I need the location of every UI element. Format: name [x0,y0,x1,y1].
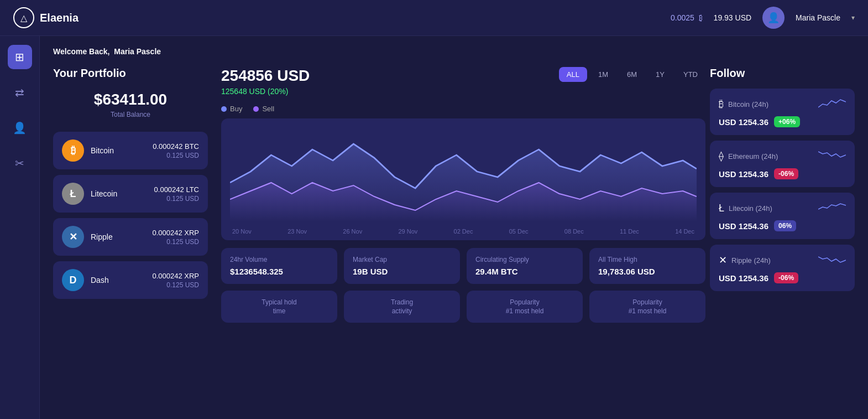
follow-bitcoin-icon: ₿ [719,99,724,110]
chart-change: 125648 USD (20%) [221,87,310,96]
coin-name-bitcoin: Bitcoin [91,146,146,155]
chart-header: 254856 USD 125648 USD (20%) ALL 1M 6M 1Y… [221,67,705,96]
follow-ripple-change: -06% [774,272,798,283]
follow-card-bottom-litecoin: USD 1254.36 06% [719,220,846,231]
coin-usd-ripple: 0.125 USD [152,238,199,246]
filter-all[interactable]: ALL [559,67,587,82]
sidebar: ⊞ ⇄ 👤 ✂ [0,36,40,419]
coin-amount-dash: 0.000242 XRP [152,272,199,280]
chart-date-8: 11 Dec [620,228,639,235]
follow-card-top-litecoin: Ł Litecoin (24h) [719,200,846,216]
right-layout: 254856 USD 125648 USD (20%) ALL 1M 6M 1Y… [221,67,855,323]
follow-bitcoin-change: +06% [774,116,800,127]
follow-card-bottom-bitcoin: USD 1254.36 +06% [719,116,846,127]
follow-card-ripple[interactable]: ✕ Ripple (24h) USD 1254.36 -06% [710,245,855,291]
follow-coin-info-bitcoin: ₿ Bitcoin (24h) [719,99,768,110]
follow-ripple-icon: ✕ [719,254,727,266]
coin-info-dash: Dash [91,276,145,284]
portfolio-title: Your Portfolio [53,67,208,80]
coin-card-bitcoin[interactable]: ₿ Bitcoin 0.000242 BTC 0.125 USD [53,132,208,169]
coin-info-litecoin: Litecoin [91,189,148,198]
bottom-stats: Typical hold time Trading activity Popul… [221,291,705,323]
follow-ripple-price: USD 1254.36 [719,273,768,283]
follow-litecoin-change: 06% [774,220,796,231]
follow-card-litecoin[interactable]: Ł Litecoin (24h) USD 1254.36 06% [710,193,855,239]
filter-ytd[interactable]: YTD [676,67,705,82]
legend-dot-buy [221,106,227,112]
coin-usd-dash: 0.125 USD [152,281,199,289]
follow-panel: Follow ₿ Bitcoin (24h) [705,67,855,323]
follow-litecoin-minichart [818,200,846,216]
follow-coin-info-ethereum: ⟠ Ethereum (24h) [719,150,778,162]
follow-litecoin-name: Litecoin (24h) [729,204,772,213]
header-usd-balance: 19.93 USD [714,13,751,22]
filter-1m[interactable]: 1M [590,67,616,82]
main-layout: ⊞ ⇄ 👤 ✂ Welcome Back, Maria Pascle Your … [0,36,868,419]
ripple-icon: ✕ [62,226,84,248]
follow-coin-info-ripple: ✕ Ripple (24h) [719,254,771,266]
follow-ethereum-minichart [818,148,846,164]
btc-value: 0.0025 [671,13,694,22]
coin-card-ripple[interactable]: ✕ Ripple 0.000242 XRP 0.125 USD [53,218,208,256]
coin-card-litecoin[interactable]: Ł Litecoin 0.000242 LTC 0.125 USD [53,175,208,213]
follow-card-bottom-ethereum: USD 1254.36 -06% [719,168,846,179]
stat-card-volume: 24hr Volume $1236548.325 [221,248,337,284]
avatar[interactable]: 👤 [762,7,785,29]
sidebar-item-profile[interactable]: 👤 [8,116,32,140]
logo-icon: △ [13,7,34,28]
follow-ethereum-icon: ⟠ [719,150,724,162]
content-grid: Your Portfolio $63411.00 Total Balance ₿… [53,67,855,323]
filter-6m[interactable]: 6M [619,67,645,82]
bottom-stat-sub-popularity2: #1 most held [598,307,697,315]
legend-buy: Buy [221,105,242,113]
bottom-stat-label-trading: Trading [353,298,451,306]
user-dropdown-icon[interactable]: ▾ [851,14,855,22]
stat-value-marketcap: 19B USD [353,267,451,276]
portfolio-section: Your Portfolio $63411.00 Total Balance ₿… [53,67,208,323]
follow-bitcoin-price: USD 1254.36 [719,117,768,127]
header-btc-balance: 0.0025 ₿ [671,13,703,22]
bottom-stat-hold: Typical hold time [221,291,337,323]
coin-name-dash: Dash [91,276,145,284]
bottom-stat-sub-trading: activity [353,307,451,315]
litecoin-icon: Ł [62,183,84,205]
coin-name-litecoin: Litecoin [91,189,148,198]
filter-1y[interactable]: 1Y [648,67,672,82]
bottom-stat-label-popularity1: Popularity [475,298,574,306]
chart-date-7: 08 Dec [564,228,584,235]
coin-info-bitcoin: Bitcoin [91,146,146,155]
bottom-stat-popularity2: Popularity #1 most held [589,291,705,323]
follow-litecoin-price: USD 1254.36 [719,221,768,231]
follow-bitcoin-name: Bitcoin (24h) [728,100,768,108]
coin-amount-bitcoin: 0.000242 BTC [153,142,199,151]
sidebar-item-tools[interactable]: ✂ [8,151,32,175]
chart-svg [230,127,697,221]
follow-ethereum-name: Ethereum (24h) [728,152,778,161]
coin-name-ripple: Ripple [91,232,145,241]
coin-info-ripple: Ripple [91,232,145,241]
follow-bitcoin-minichart [818,96,846,112]
chart-dates: 20 Nov 23 Nov 26 Nov 29 Nov 02 Dec 05 De… [230,228,697,235]
stat-value-supply: 29.4M BTC [475,267,574,276]
stat-card-ath: All Time High 19,783.06 USD [589,248,705,284]
welcome-prefix: Welcome Back, [53,47,109,56]
total-balance: $63411.00 Total Balance [53,91,208,118]
chart-date-6: 05 Dec [509,228,529,235]
sidebar-item-exchange[interactable]: ⇄ [8,80,32,105]
follow-ripple-minichart [818,252,846,268]
follow-card-ethereum[interactable]: ⟠ Ethereum (24h) USD 1254.36 -06% [710,141,855,187]
coin-values-bitcoin: 0.000242 BTC 0.125 USD [153,142,199,159]
bottom-stat-sub-popularity1: #1 most held [475,307,574,315]
header-right: 0.0025 ₿ 19.93 USD 👤 Maria Pascle ▾ [671,7,855,29]
stat-label-volume: 24hr Volume [230,256,328,263]
coin-card-dash[interactable]: D Dash 0.000242 XRP 0.125 USD [53,261,208,299]
sidebar-item-dashboard[interactable]: ⊞ [8,45,32,69]
bottom-stat-popularity1: Popularity #1 most held [467,291,583,323]
stat-label-ath: All Time High [598,256,697,263]
bottom-stat-trading: Trading activity [344,291,460,323]
follow-card-bitcoin[interactable]: ₿ Bitcoin (24h) USD 1254.36 +06% [710,89,855,135]
follow-ripple-name: Ripple (24h) [731,256,771,265]
balance-amount: $63411.00 [53,91,208,108]
follow-ethereum-change: -06% [774,168,798,179]
follow-coin-info-litecoin: Ł Litecoin (24h) [719,203,772,214]
